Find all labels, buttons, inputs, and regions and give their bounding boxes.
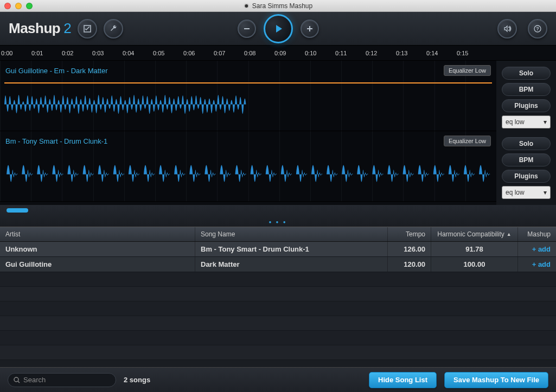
transport-controls xyxy=(238,14,319,43)
bpm-button[interactable]: BPM xyxy=(502,83,551,96)
track-button-group: Solo BPM Plugins eq low ▾ xyxy=(502,134,551,202)
app-icon xyxy=(244,3,249,9)
waveform-container[interactable] xyxy=(4,82,492,125)
app-name: Mashup xyxy=(9,20,60,37)
track-name: Gui Guillotine - Em - Dark Matter xyxy=(5,67,108,75)
edit-button[interactable] xyxy=(78,19,97,38)
plugins-button[interactable]: Plugins xyxy=(502,99,551,112)
song-count: 2 songs xyxy=(124,376,150,384)
tracks-column: Gui Guillotine - Em - Dark Matter Equali… xyxy=(0,61,496,205)
table-body: Unknown Bm - Tony Smart - Drum Clunk-1 1… xyxy=(0,242,556,272)
audio-track[interactable]: Gui Guillotine - Em - Dark Matter Equali… xyxy=(0,61,496,131)
splitter-handle[interactable]: ● ● ● xyxy=(269,220,287,224)
window-titlebar: Sara Simms Mashup xyxy=(0,0,556,12)
minimize-window-button[interactable] xyxy=(15,3,22,9)
ruler-tick: 0:00 xyxy=(1,50,31,56)
header-artist[interactable]: Artist xyxy=(0,227,195,241)
cell-harmonic: 91.78 xyxy=(431,242,518,256)
track-controls-panel: Solo BPM Plugins eq low ▾ Solo BPM Plugi… xyxy=(496,61,556,205)
save-mashup-button[interactable]: Save Mashup To New File xyxy=(444,372,548,388)
empty-rows xyxy=(0,272,556,360)
solo-button[interactable]: Solo xyxy=(502,137,551,150)
speaker-icon xyxy=(503,24,512,33)
table-row[interactable]: Unknown Bm - Tony Smart - Drum Clunk-1 1… xyxy=(0,242,556,257)
eq-tag[interactable]: Equalizer Low xyxy=(444,65,491,76)
sort-ascending-icon: ▲ xyxy=(507,232,512,237)
empty-row xyxy=(0,272,556,287)
wrench-icon xyxy=(109,24,118,33)
svg-line-6 xyxy=(18,381,20,383)
eq-tag[interactable]: Equalizer Low xyxy=(444,136,491,146)
plugins-button[interactable]: Plugins xyxy=(502,170,551,183)
main-toolbar: Mashup 2 ? xyxy=(0,12,556,46)
empty-row xyxy=(0,301,556,316)
empty-row xyxy=(0,345,556,360)
eq-select[interactable]: eq low ▾ xyxy=(502,186,551,199)
ruler-tick: 0:12 xyxy=(366,50,396,56)
ruler-tick: 0:04 xyxy=(123,50,153,56)
close-window-button[interactable] xyxy=(4,3,11,9)
waveform xyxy=(4,83,492,125)
cell-song: Dark Matter xyxy=(195,257,388,272)
ruler-tick: 0:03 xyxy=(92,50,123,56)
app-logo: Mashup 2 xyxy=(9,20,71,37)
window-title-text: Sara Simms Mashup xyxy=(252,2,312,10)
ruler-tick: 0:14 xyxy=(426,50,457,56)
ruler-tick: 0:08 xyxy=(244,50,274,56)
footer-bar: Search 2 songs Hide Song List Save Mashu… xyxy=(0,367,556,392)
ruler-tick: 0:11 xyxy=(335,50,366,56)
play-button[interactable] xyxy=(264,14,293,43)
table-header: Artist Song Name Tempo Harmonic Compatib… xyxy=(0,227,556,242)
cell-tempo: 126.00 xyxy=(388,242,431,256)
cell-tempo: 120.00 xyxy=(388,257,431,272)
solo-button[interactable]: Solo xyxy=(502,67,551,80)
ruler-tick: 0:15 xyxy=(457,50,487,56)
track-header: Gui Guillotine - Em - Dark Matter Equali… xyxy=(0,61,496,80)
track-header: Bm - Tony Smart - Drum Clunk-1 Equalizer… xyxy=(0,131,496,151)
track-name: Bm - Tony Smart - Drum Clunk-1 xyxy=(5,137,107,145)
add-button[interactable]: + add xyxy=(518,242,556,256)
empty-row xyxy=(0,331,556,345)
cell-song: Bm - Tony Smart - Drum Clunk-1 xyxy=(195,242,388,256)
progress-zone: ● ● ● xyxy=(0,205,556,227)
eq-select-value: eq low xyxy=(506,189,525,196)
hide-songlist-button[interactable]: Hide Song List xyxy=(369,372,437,388)
zoom-in-button[interactable] xyxy=(301,20,319,38)
header-harmonic[interactable]: Harmonic Compatibility ▲ xyxy=(431,227,518,241)
waveform xyxy=(4,153,492,196)
maximize-window-button[interactable] xyxy=(26,3,33,9)
app-version: 2 xyxy=(63,20,71,37)
zoom-out-button[interactable] xyxy=(238,20,256,38)
cell-artist: Gui Guillotine xyxy=(0,257,195,272)
waveform-container[interactable] xyxy=(4,153,492,196)
header-mashup[interactable]: Mashup xyxy=(518,227,556,241)
table-row[interactable]: Gui Guillotine Dark Matter 120.00 100.00… xyxy=(0,257,556,272)
progress-bar[interactable] xyxy=(7,208,28,213)
help-icon: ? xyxy=(533,24,542,33)
plus-icon xyxy=(306,25,314,33)
header-tempo[interactable]: Tempo xyxy=(388,227,431,241)
ruler-tick: 0:06 xyxy=(183,50,214,56)
window-title: Sara Simms Mashup xyxy=(244,2,312,10)
add-button[interactable]: + add xyxy=(518,257,556,272)
bpm-button[interactable]: BPM xyxy=(502,153,551,166)
chevron-down-icon: ▾ xyxy=(544,118,547,126)
tracks-area: Gui Guillotine - Em - Dark Matter Equali… xyxy=(0,61,556,205)
audio-track[interactable]: Bm - Tony Smart - Drum Clunk-1 Equalizer… xyxy=(0,131,496,202)
edit-icon xyxy=(83,24,92,33)
ruler-tick: 0:01 xyxy=(31,50,62,56)
cell-artist: Unknown xyxy=(0,242,195,256)
cell-harmonic: 100.00 xyxy=(431,257,518,272)
song-table: Artist Song Name Tempo Harmonic Compatib… xyxy=(0,227,556,360)
time-ruler[interactable]: 0:00 0:01 0:02 0:03 0:04 0:05 0:06 0:07 … xyxy=(0,46,556,61)
search-icon xyxy=(14,377,20,383)
eq-select[interactable]: eq low ▾ xyxy=(502,115,551,128)
search-input[interactable]: Search xyxy=(8,373,116,387)
volume-button[interactable] xyxy=(497,19,517,38)
ruler-tick: 0:10 xyxy=(305,50,335,56)
help-button[interactable]: ? xyxy=(528,19,547,38)
eq-select-value: eq low xyxy=(506,118,525,126)
header-song[interactable]: Song Name xyxy=(195,227,388,241)
svg-rect-0 xyxy=(244,28,250,29)
settings-button[interactable] xyxy=(104,19,123,38)
